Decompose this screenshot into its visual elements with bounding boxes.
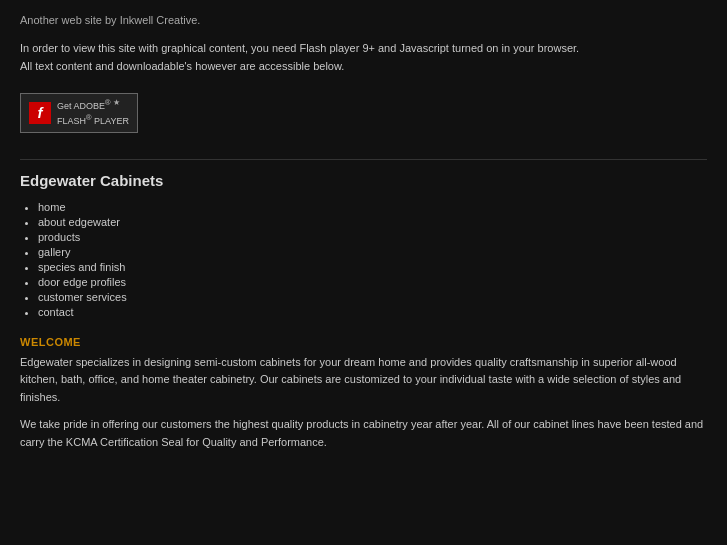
welcome-section: WELCOME Edgewater specializes in designi… bbox=[20, 336, 707, 452]
top-bar-prefix: Another web site by bbox=[20, 14, 120, 26]
nav-link-about-edgewater[interactable]: about edgewater bbox=[38, 216, 120, 228]
nav-item: contact bbox=[38, 306, 707, 318]
divider-1 bbox=[20, 159, 707, 160]
player-label: PLAYER bbox=[94, 116, 129, 126]
nav-item: door edge profiles bbox=[38, 276, 707, 288]
flash-notice-line1: In order to view this site with graphica… bbox=[20, 42, 579, 54]
flash-notice: In order to view this site with graphica… bbox=[20, 40, 707, 75]
main-nav: homeabout edgewaterproductsgalleryspecie… bbox=[20, 201, 707, 318]
nav-item: products bbox=[38, 231, 707, 243]
flash-notice-line2: All text content and downloadable's howe… bbox=[20, 60, 344, 72]
flash-badge-text: Get ADOBE® ★ FLASH® PLAYER bbox=[57, 98, 129, 127]
flash-badge-line2: FLASH® PLAYER bbox=[57, 113, 129, 128]
nav-item: customer services bbox=[38, 291, 707, 303]
flash-label: FLASH bbox=[57, 116, 86, 126]
nav-item: gallery bbox=[38, 246, 707, 258]
flash-badge-line1: Get ADOBE® ★ bbox=[57, 98, 129, 113]
inkwell-link[interactable]: Inkwell Creative. bbox=[120, 14, 201, 26]
nav-link-gallery[interactable]: gallery bbox=[38, 246, 70, 258]
star-symbol: ★ bbox=[113, 98, 120, 107]
site-title: Edgewater Cabinets bbox=[20, 172, 707, 189]
nav-item: about edgewater bbox=[38, 216, 707, 228]
flash-reg: ® bbox=[86, 113, 92, 122]
welcome-paragraph-1: Edgewater specializes in designing semi-… bbox=[20, 354, 707, 407]
nav-item: species and finish bbox=[38, 261, 707, 273]
nav-link-species-and-finish[interactable]: species and finish bbox=[38, 261, 125, 273]
nav-link-contact[interactable]: contact bbox=[38, 306, 73, 318]
nav-link-home[interactable]: home bbox=[38, 201, 66, 213]
welcome-paragraph-2: We take pride in offering our customers … bbox=[20, 416, 707, 451]
flash-letter: f bbox=[38, 104, 43, 121]
welcome-heading: WELCOME bbox=[20, 336, 707, 348]
nav-list: homeabout edgewaterproductsgalleryspecie… bbox=[20, 201, 707, 318]
nav-link-products[interactable]: products bbox=[38, 231, 80, 243]
flash-icon: f bbox=[29, 102, 51, 124]
nav-link-door-edge-profiles[interactable]: door edge profiles bbox=[38, 276, 126, 288]
get-label: Get ADOBE bbox=[57, 101, 105, 111]
nav-item: home bbox=[38, 201, 707, 213]
flash-badge[interactable]: f Get ADOBE® ★ FLASH® PLAYER bbox=[20, 93, 138, 132]
nav-link-customer-services[interactable]: customer services bbox=[38, 291, 127, 303]
top-bar: Another web site by Inkwell Creative. bbox=[20, 10, 707, 26]
adobe-reg: ® bbox=[105, 98, 111, 107]
